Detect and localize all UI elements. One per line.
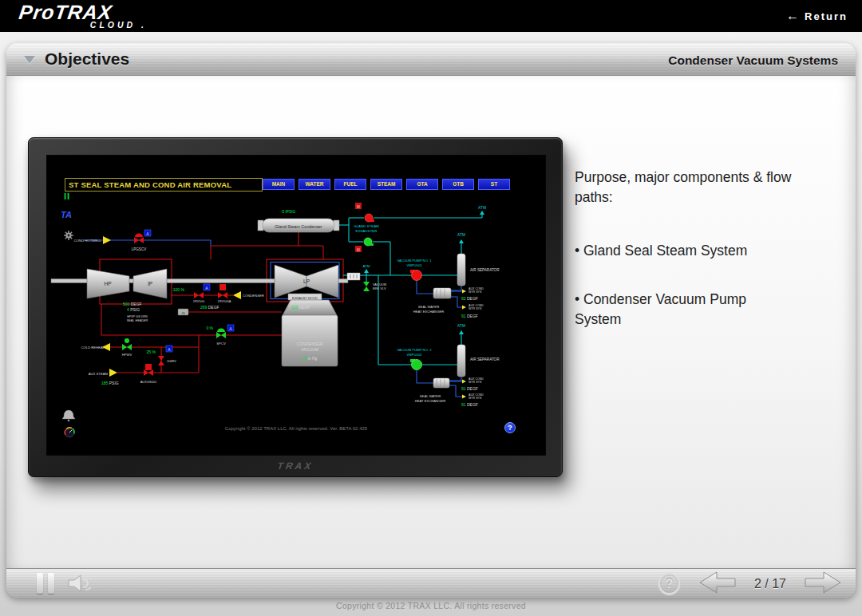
diagram-label: WTR SYS	[469, 381, 482, 384]
diagram-label: 25 %	[147, 349, 156, 354]
diagram-label: SEAL WATER	[420, 394, 441, 398]
bullet-list: Gland Seal Steam SystemCondenser Vacuum …	[575, 241, 822, 330]
diagram-label: 91 DEGF	[461, 314, 478, 318]
diagram-label: SPCV	[216, 342, 226, 346]
scada-help-icon[interactable]: ?	[504, 422, 516, 433]
diagram-label: 1RV500	[193, 299, 205, 303]
diagram-label: BRK VLV	[373, 286, 386, 290]
scada-copyright: Copyright © 2012 TRAX LLC. All rights re…	[47, 426, 545, 431]
diagram-label: M	[357, 205, 360, 209]
next-slide-button[interactable]	[805, 571, 841, 597]
help-button[interactable]: ?	[658, 573, 680, 594]
return-button[interactable]: ←Return	[786, 9, 848, 23]
diagram-label: 29 in Hg	[302, 356, 318, 361]
diagram-label: HP/IP GS DRN	[127, 315, 148, 318]
slide-text-panel: Purpose, major components & flow paths: …	[575, 168, 822, 358]
seal-water-heat-exchanger-2	[433, 378, 449, 388]
protrax-logo: ProTRAX CLOUD .	[19, 1, 147, 30]
speaker-icon	[67, 573, 91, 594]
lesson-title: Condenser Vacuum Systems	[668, 53, 838, 68]
page-title: Objectives	[45, 49, 129, 69]
diagram-label: HP	[104, 281, 111, 286]
diagram-label: 91 DEGF	[461, 402, 478, 407]
valve-vacuum-breaker[interactable]	[363, 282, 370, 291]
nav-controls: ? 2 / 17	[658, 569, 841, 598]
diagram-label: WTR SYS	[469, 397, 482, 400]
diagram-label: VACUUM PUMP NO. 1	[397, 259, 432, 263]
page-copyright: Copyright © 2012 TRAX LLC. All rights re…	[0, 601, 862, 610]
diagram-label: ATM	[363, 264, 370, 268]
diagram-label: 100 %	[173, 287, 185, 292]
lp-turbine-right	[306, 265, 338, 298]
diagram-label: 110 DEGF	[291, 305, 310, 310]
valve-lpgscv[interactable]	[134, 234, 144, 244]
previous-slide-button[interactable]	[699, 571, 736, 597]
diagram-label: VACUUM	[301, 347, 318, 352]
scada-diagram: COND HOTWELLLPGSCV-5 IPSIGGland Steam Co…	[47, 156, 547, 456]
diagram-label: LPGSCV	[132, 247, 148, 251]
back-arrow-icon: ←	[786, 9, 799, 22]
collapse-triangle-icon[interactable]	[24, 56, 35, 64]
valve-auxgs001[interactable]	[144, 364, 153, 376]
diagram-label: AUX STEAM	[89, 372, 109, 376]
diagram-label: Gland Steam Condenser	[275, 224, 322, 229]
scada-screen: ST SEAL STEAM AND COND AIR REMOVAL MAINW…	[46, 155, 546, 456]
diagram-label: ATM	[478, 206, 486, 210]
diagram-label: SEAL WATER	[418, 305, 439, 309]
diagram-label: 1RV500A	[217, 299, 231, 303]
diagram-label: VMPU002	[406, 353, 422, 357]
air-separator-1	[457, 254, 465, 286]
valve-1rv500a[interactable]	[218, 284, 227, 298]
valve-1rv500[interactable]	[194, 292, 204, 298]
vacuum-pump-2[interactable]	[410, 359, 422, 370]
monitor-brand-logo: TRAX	[28, 460, 563, 472]
bullet-item: Condenser Vacuum Pump System	[575, 290, 781, 330]
diagram-label: COLD REHEAT	[81, 346, 105, 349]
diagram-label: IP	[148, 281, 152, 286]
diagram-label: 269 DEGF	[200, 305, 219, 310]
diagram-label: COND HOTWELL	[73, 239, 101, 243]
slide-frame: Objectives Condenser Vacuum Systems ST S…	[6, 43, 856, 598]
diagram-label: HEAT EXCHANGER	[413, 310, 444, 314]
valve-spcv[interactable]	[216, 329, 226, 339]
diagram-label: AIR SEPARATOR	[470, 268, 500, 272]
volume-button[interactable]	[67, 573, 91, 597]
valve-gsrv[interactable]	[158, 356, 164, 365]
arrow-left-icon	[699, 571, 736, 594]
diagram-label: 4 PSIG	[127, 307, 140, 312]
diagram-label: SEAL HEADER	[127, 319, 148, 322]
pause-button[interactable]	[37, 573, 54, 594]
diagram-label: HPWV	[122, 353, 132, 357]
diagram-label: GSRV	[167, 359, 176, 363]
air-separator-2	[457, 345, 465, 377]
diagram-label: 20	[181, 312, 184, 315]
slide-content: ST SEAL STEAM AND COND AIR REMOVAL MAINW…	[6, 76, 856, 568]
top-bar: ProTRAX CLOUD . ←Return	[0, 0, 862, 32]
diagram-label: HEAT EXCHANGER	[415, 399, 445, 403]
diagram-label: CONDENSER	[296, 342, 322, 346]
slide-header: Objectives Condenser Vacuum Systems	[6, 43, 856, 76]
blue-piping	[83, 240, 462, 397]
diagram-label: AUXGS001	[140, 380, 157, 384]
bullet-item: Gland Seal Steam System	[575, 241, 781, 261]
diagram-label: ATM	[457, 233, 465, 237]
vacuum-pump-1[interactable]	[410, 270, 422, 281]
diagram-label: ATM	[457, 324, 465, 328]
diagram-label: AIR SEPARATOR	[470, 357, 500, 361]
page-indicator: 2 / 17	[736, 577, 805, 591]
diagram-label: 0 %	[206, 326, 213, 330]
slide-heading: Purpose, major components & flow paths:	[575, 168, 802, 207]
diagram-label: GLAND STEAM	[354, 224, 379, 228]
gear-icon[interactable]	[64, 231, 73, 240]
diagram-label: 185 PSIG	[101, 381, 119, 385]
diagram-label: WTR SYS	[469, 290, 482, 294]
simulator-monitor: ST SEAL STEAM AND COND AIR REMOVAL MAINW…	[28, 137, 563, 477]
logo-main-text: ProTRAX	[18, 1, 114, 24]
player-control-bar: ? 2 / 17	[6, 568, 856, 598]
valve-hpwv[interactable]	[122, 338, 132, 350]
diagram-label: CONDENSER	[243, 294, 264, 298]
diagram-label: 91 DEGF	[461, 386, 478, 391]
diagram-label: VACUUM PUMP NO. 2	[397, 348, 432, 352]
alarm-bell-icon[interactable]	[62, 410, 75, 421]
seal-water-heat-exchanger-1	[433, 288, 451, 298]
